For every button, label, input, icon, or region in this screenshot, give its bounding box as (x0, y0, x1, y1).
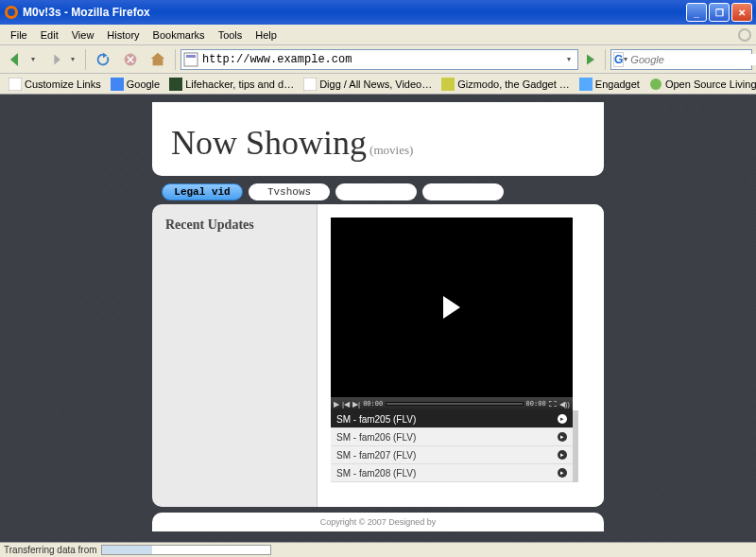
sidebar-title: Recent Updates (165, 218, 303, 233)
search-engine-icon[interactable]: G (613, 52, 624, 67)
reload-button[interactable] (91, 47, 115, 72)
playlist-play-icon[interactable]: ▸ (558, 468, 567, 478)
maximize-button[interactable]: ❐ (709, 3, 730, 22)
page-favicon (183, 52, 198, 67)
page-header: Now Showing (movies) (152, 102, 604, 176)
status-bar: Transferring data from (0, 542, 756, 557)
menu-edit[interactable]: Edit (34, 27, 65, 43)
minimize-button[interactable]: _ (686, 3, 707, 22)
play-pause-button[interactable]: ▶ (334, 400, 339, 409)
svg-rect-9 (303, 78, 317, 91)
firefox-icon (4, 5, 19, 20)
tab-3[interactable] (335, 183, 417, 200)
bookmark-gizmodo[interactable]: Gizmodo, the Gadget … (437, 76, 575, 93)
page-viewport: Now Showing (movies) Legal vid Tvshows R… (0, 95, 756, 542)
playlist-item[interactable]: SM - fam207 (FLV)▸ (331, 446, 573, 464)
back-button[interactable] (4, 47, 28, 72)
bookmark-google[interactable]: Google (106, 76, 164, 93)
svg-rect-10 (441, 78, 455, 91)
playlist-play-icon[interactable]: ▸ (558, 414, 567, 424)
page-title: Now Showing (171, 124, 367, 162)
page-subtitle: (movies) (369, 143, 413, 157)
svg-rect-5 (186, 55, 196, 58)
bookmark-lifehacker[interactable]: Lifehacker, tips and d… (164, 76, 299, 93)
menu-bookmarks[interactable]: Bookmarks (146, 27, 212, 43)
playlist-play-icon[interactable]: ▸ (558, 432, 567, 442)
time-current: 00:00 (363, 400, 383, 408)
window-title: M0v!3s - Mozilla Firefox (23, 6, 686, 19)
playlist-item[interactable]: SM - fam205 (FLV)▸ (331, 410, 573, 428)
menu-help[interactable]: Help (249, 27, 284, 43)
bookmark-engadget[interactable]: Engadget (575, 76, 644, 93)
tab-4[interactable] (422, 183, 504, 200)
playlist: SM - fam205 (FLV)▸ SM - fam206 (FLV)▸ SM… (331, 410, 573, 482)
main-content: Recent Updates ▶ |◀ ▶| 00:00 00:00 ⛶ ◀)) (152, 204, 604, 507)
status-text: Transferring data from (4, 545, 97, 555)
playlist-item[interactable]: SM - fam208 (FLV)▸ (331, 464, 573, 482)
bookmark-opensourceliving[interactable]: Open Source Living (644, 76, 756, 93)
svg-point-2 (739, 29, 750, 41)
menu-file[interactable]: File (4, 27, 34, 43)
player-area: ▶ |◀ ▶| 00:00 00:00 ⛶ ◀)) SM - fam205 (F… (317, 204, 604, 507)
player-controls: ▶ |◀ ▶| 00:00 00:00 ⛶ ◀)) (331, 397, 573, 410)
svg-rect-8 (169, 78, 182, 91)
play-icon[interactable] (443, 296, 460, 319)
menu-history[interactable]: History (100, 27, 146, 43)
bookmarks-toolbar: Customize Links Google Lifehacker, tips … (0, 74, 756, 95)
bookmark-digg[interactable]: Digg / All News, Video… (299, 76, 437, 93)
url-dropdown[interactable]: ▾ (562, 55, 576, 63)
close-button[interactable]: ✕ (731, 3, 752, 22)
forward-button (43, 47, 68, 72)
stop-button[interactable] (118, 47, 143, 72)
svg-point-1 (8, 9, 15, 16)
svg-rect-11 (579, 78, 593, 91)
playlist-play-icon[interactable]: ▸ (558, 450, 567, 460)
playlist-scrollbar[interactable] (573, 410, 578, 482)
svg-rect-6 (9, 78, 22, 91)
home-button[interactable] (146, 47, 170, 72)
search-engine-dropdown[interactable]: ▾ (624, 55, 627, 63)
menu-tools[interactable]: Tools (212, 27, 249, 43)
sidebar: Recent Updates (152, 204, 317, 507)
time-total: 00:00 (526, 400, 546, 408)
forward-dropdown[interactable]: ▾ (71, 55, 80, 63)
playlist-item[interactable]: SM - fam206 (FLV)▸ (331, 428, 573, 446)
fullscreen-button[interactable]: ⛶ (549, 400, 557, 409)
search-box[interactable]: G▾ (610, 49, 752, 70)
navigation-toolbar: ▾ ▾ ▾ G▾ (0, 45, 756, 74)
window-titlebar: M0v!3s - Mozilla Firefox _ ❐ ✕ (0, 0, 756, 25)
svg-rect-7 (111, 78, 124, 91)
url-input[interactable] (202, 53, 562, 66)
next-button[interactable]: ▶| (352, 400, 360, 409)
progress-bar (101, 545, 271, 555)
prev-button[interactable]: |◀ (342, 400, 350, 409)
menu-view[interactable]: View (65, 27, 101, 43)
svg-point-12 (650, 78, 662, 90)
go-button[interactable] (581, 50, 600, 69)
volume-button[interactable]: ◀)) (559, 400, 570, 409)
tab-legal-vid[interactable]: Legal vid (162, 183, 243, 200)
bookmark-customize-links[interactable]: Customize Links (4, 76, 106, 93)
nav-tabs: Legal vid Tvshows (162, 183, 604, 200)
tab-tvshows[interactable]: Tvshows (249, 183, 330, 200)
page-footer: Copyright © 2007 Designed by (152, 513, 604, 531)
menu-bar: File Edit View History Bookmarks Tools H… (0, 25, 756, 45)
url-bar[interactable]: ▾ (180, 49, 578, 70)
back-dropdown[interactable]: ▾ (31, 55, 41, 63)
video-player[interactable] (331, 218, 573, 397)
seek-bar[interactable] (386, 402, 523, 406)
search-input[interactable] (630, 54, 756, 65)
firefox-throbber-icon (737, 27, 752, 43)
